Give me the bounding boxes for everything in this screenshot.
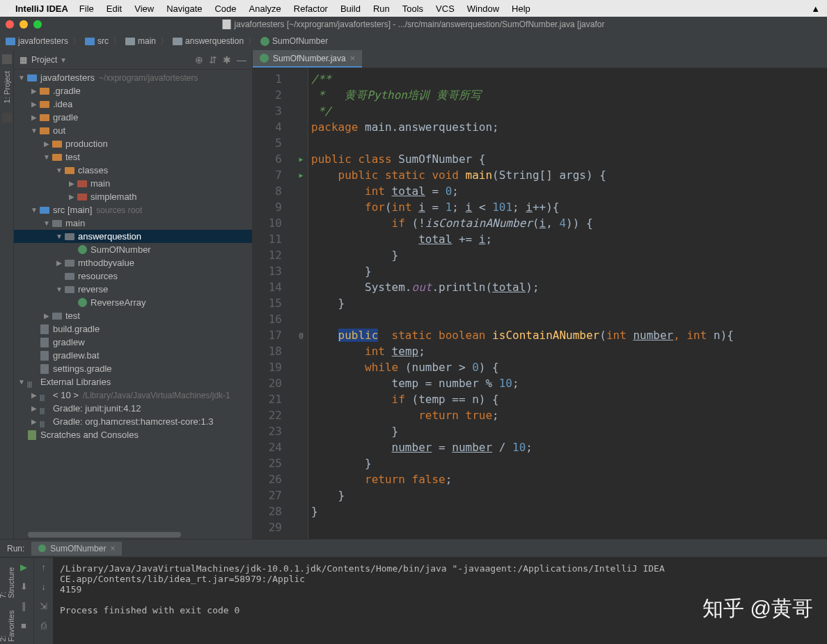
tree-row[interactable]: ▶Gradle: org.hamcrest:hamcrest-core:1.3 [14, 415, 252, 428]
menu-file[interactable]: File [79, 3, 94, 14]
tree-arrow-icon[interactable]: ▶ [29, 113, 39, 121]
tree-row[interactable]: ▼test [14, 150, 252, 164]
menu-edit[interactable]: Edit [107, 3, 122, 14]
tree-arrow-icon[interactable]: ▶ [29, 391, 39, 399]
tree-row[interactable]: gradlew.bat [14, 349, 252, 362]
tab-favorites[interactable]: 2: Favorites [0, 601, 15, 644]
down-icon[interactable]: ↓ [38, 581, 49, 592]
tree-arrow-icon[interactable]: ▼ [54, 166, 64, 174]
tree-row[interactable]: ▼reverse [14, 283, 252, 296]
editor-tab[interactable]: SumOfNumber.java × [253, 50, 362, 68]
tree-row[interactable]: ▶test [14, 309, 252, 322]
tree-row[interactable]: ▼answerquestion [14, 230, 252, 243]
tree-arrow-icon[interactable]: ▶ [42, 140, 52, 148]
code-area[interactable]: 1234567891011121314151617181920212223242… [253, 68, 827, 539]
hide-icon[interactable]: — [237, 54, 246, 65]
up-icon[interactable]: ↑ [38, 562, 49, 573]
bc-class[interactable]: SumOfNumber [260, 36, 328, 46]
menubar-right-icons[interactable]: ▲ [811, 3, 820, 14]
bc-main[interactable]: main [125, 36, 156, 46]
menu-code[interactable]: Code [214, 3, 236, 14]
tree-row[interactable]: ▶production [14, 137, 252, 150]
tree-row[interactable]: ▼main [14, 217, 252, 230]
project-tool-icon[interactable] [2, 54, 12, 64]
tree-row[interactable]: ▶gradle [14, 111, 252, 124]
tree-row[interactable]: ▶.idea [14, 97, 252, 111]
bc-pkg[interactable]: answerquestion [173, 36, 244, 46]
tree-row[interactable]: ▶simplemath [14, 190, 252, 203]
collapse-icon[interactable]: ⇵ [209, 54, 217, 65]
zoom-button[interactable] [33, 20, 42, 29]
tree-row[interactable]: gradlew [14, 336, 252, 349]
app-name[interactable]: IntelliJ IDEA [15, 3, 68, 14]
menu-build[interactable]: Build [340, 3, 361, 14]
menu-refactor[interactable]: Refactor [294, 3, 328, 14]
tree-arrow-icon[interactable]: ▶ [29, 418, 39, 425]
tree-arrow-icon[interactable]: ▶ [42, 312, 52, 320]
menu-navigate[interactable]: Navigate [166, 3, 202, 14]
menu-vcs[interactable]: VCS [436, 3, 455, 14]
tree-arrow-icon[interactable]: ▶ [29, 405, 39, 412]
tree-arrow-icon[interactable]: ▶ [29, 87, 39, 95]
settings-icon[interactable]: ✱ [223, 54, 231, 65]
menu-analyze[interactable]: Analyze [249, 3, 281, 14]
close-tab-icon[interactable]: × [350, 53, 356, 63]
tree-arrow-icon[interactable]: ▼ [42, 153, 52, 161]
tree-hscroll[interactable] [14, 531, 252, 539]
print-icon[interactable]: ⎙ [38, 620, 49, 631]
tree-arrow-icon[interactable]: ▶ [54, 259, 64, 267]
tree-row[interactable]: ▶main [14, 177, 252, 190]
tree-arrow-icon[interactable]: ▶ [29, 100, 39, 108]
close-button[interactable] [6, 20, 14, 29]
minimize-button[interactable] [19, 20, 28, 29]
locate-icon[interactable]: ⊕ [195, 54, 203, 65]
tree-row[interactable]: resources [14, 269, 252, 283]
menu-run[interactable]: Run [373, 3, 390, 14]
close-icon[interactable]: × [110, 544, 115, 553]
tree-arrow-icon[interactable]: ▼ [17, 74, 26, 81]
stop-icon[interactable]: ■ [18, 620, 29, 631]
tree-row[interactable]: ▼javafortesters~/xxprogram/javafortester… [14, 71, 252, 84]
pause-icon[interactable]: ‖ [18, 601, 29, 612]
tree-row[interactable]: settings.gradle [14, 362, 252, 375]
tree-row[interactable]: Scratches and Consoles [14, 428, 252, 441]
bc-root[interactable]: javafortesters [6, 36, 68, 46]
tab-structure[interactable]: 7: Structure [0, 558, 15, 601]
tree-arrow-icon[interactable]: ▼ [54, 285, 64, 293]
line-gutter[interactable]: 1234567891011121314151617181920212223242… [253, 68, 294, 539]
tree-row[interactable]: ▼out [14, 124, 252, 137]
tree-arrow-icon[interactable]: ▼ [42, 219, 52, 227]
tree-row[interactable]: ▼src [main]sources root [14, 203, 252, 217]
menu-window[interactable]: Window [467, 3, 499, 14]
code-content[interactable]: /** * 黄哥Python培训 黄哥所写 */ package main.an… [308, 68, 827, 539]
dropdown-icon[interactable]: ▾ [61, 55, 65, 65]
window-titlebar[interactable]: javafortesters [~/xxprogram/javaforteste… [0, 17, 827, 32]
run-config-tab[interactable]: SumOfNumber × [31, 542, 122, 556]
tree-row[interactable]: ▼classes [14, 164, 252, 177]
tree-arrow-icon[interactable]: ▶ [67, 180, 77, 187]
menu-tools[interactable]: Tools [402, 3, 423, 14]
tree-row[interactable]: ▶< 10 >/Library/Java/JavaVirtualMachines… [14, 388, 252, 402]
tab-project[interactable]: 1: Project [3, 67, 11, 107]
export-icon[interactable]: ⇲ [38, 601, 49, 612]
tree-arrow-icon[interactable]: ▼ [54, 233, 64, 240]
tree-row[interactable]: ▶mthodbyvalue [14, 256, 252, 269]
project-tree[interactable]: ▼javafortesters~/xxprogram/javafortester… [14, 70, 252, 531]
tree-arrow-icon[interactable]: ▼ [29, 127, 39, 134]
tree-row[interactable]: ▶.gradle [14, 84, 252, 97]
rerun-icon[interactable]: ▶ [18, 562, 29, 573]
tree-arrow-icon[interactable]: ▶ [67, 193, 77, 201]
tree-arrow-icon[interactable]: ▼ [17, 378, 26, 386]
tree-row[interactable]: ReverseArray [14, 296, 252, 309]
tree-row[interactable]: ▼External Libraries [14, 375, 252, 388]
tool-icon[interactable] [2, 113, 12, 123]
menu-view[interactable]: View [134, 3, 154, 14]
tree-arrow-icon[interactable]: ▼ [29, 206, 39, 214]
tree-row[interactable]: SumOfNumber [14, 243, 252, 256]
tree-row[interactable]: build.gradle [14, 322, 252, 336]
bc-src[interactable]: src [85, 36, 109, 46]
menu-help[interactable]: Help [512, 3, 530, 14]
gutter-markers[interactable]: ▶▶@ [294, 68, 308, 539]
tree-row[interactable]: ▶Gradle: junit:junit:4.12 [14, 402, 252, 415]
stop-down-icon[interactable]: ⬇ [18, 581, 29, 592]
